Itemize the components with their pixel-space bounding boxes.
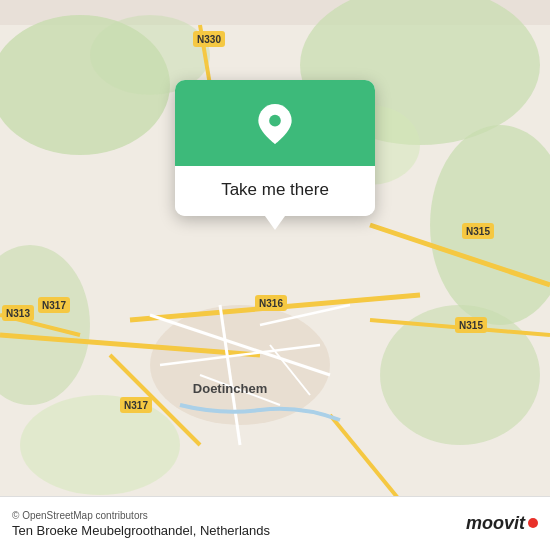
osm-credit: © OpenStreetMap contributors <box>12 510 270 521</box>
svg-text:N330: N330 <box>197 34 221 45</box>
svg-text:N317: N317 <box>124 400 148 411</box>
popup-button[interactable]: Take me there <box>175 166 375 216</box>
svg-text:N316: N316 <box>259 298 283 309</box>
bottom-bar: © OpenStreetMap contributors Ten Broeke … <box>0 496 550 550</box>
popup-card[interactable]: Take me there <box>175 80 375 216</box>
svg-text:N317: N317 <box>42 300 66 311</box>
bottom-left-info: © OpenStreetMap contributors Ten Broeke … <box>12 510 270 538</box>
location-name: Ten Broeke Meubelgroothandel, Netherland… <box>12 523 270 538</box>
moovit-logo-text: moovit <box>466 513 525 534</box>
svg-point-39 <box>269 115 281 127</box>
popup-green-header <box>175 80 375 166</box>
take-me-there-label: Take me there <box>221 180 329 199</box>
svg-text:N315: N315 <box>459 320 483 331</box>
location-pin-icon <box>255 104 295 144</box>
moovit-logo: moovit <box>466 513 538 534</box>
svg-point-8 <box>20 395 180 495</box>
svg-text:N315: N315 <box>466 226 490 237</box>
svg-text:N313: N313 <box>6 308 30 319</box>
moovit-dot <box>528 518 538 528</box>
map-container: N330 N317 N317 N316 N315 N315 N313 Doeti… <box>0 0 550 550</box>
svg-text:Doetinchem: Doetinchem <box>193 381 267 396</box>
